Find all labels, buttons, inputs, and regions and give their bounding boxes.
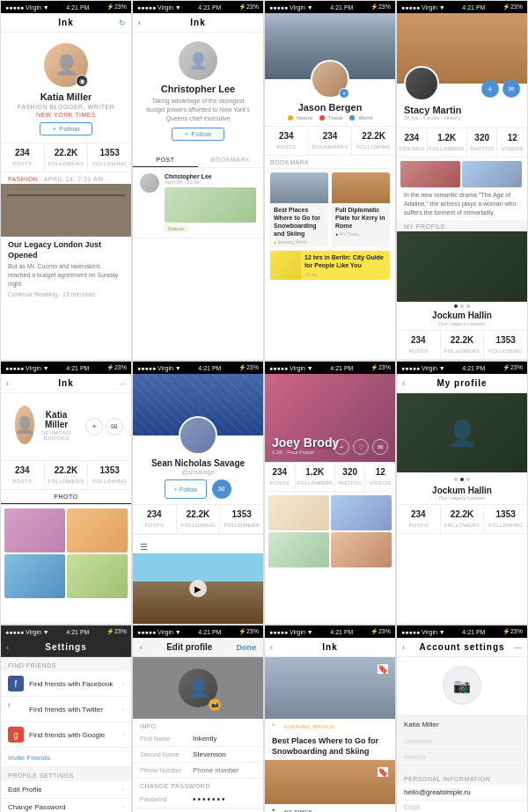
- settings-fb-item-p9[interactable]: f Find friends with Facebook ›: [1, 671, 131, 697]
- follow-icon-btn-p4[interactable]: +: [481, 80, 499, 98]
- bookmark-card-2[interactable]: Full Diplomatic Plate for Kerry in Rome …: [332, 172, 390, 247]
- stat-friends-p4: 234 Friends: [397, 128, 428, 157]
- back-btn-p9[interactable]: ‹: [6, 643, 9, 652]
- phone-row-p10: Phone Number: [133, 763, 263, 779]
- article-card-1-p11[interactable]: 🔖 ● Evening World Best Places Where to G…: [265, 657, 395, 759]
- bookmark-cards-p3: Best Places Where to Go for Snowboarding…: [270, 172, 390, 280]
- user-name-p6: Sean Nicholas Savage: [133, 458, 263, 468]
- back-btn-p5[interactable]: ‹: [6, 379, 9, 388]
- follow-button-p1[interactable]: + Follow: [40, 122, 93, 135]
- settings-g-item-p9[interactable]: g Find friends with Google ›: [1, 722, 131, 748]
- bookmark-card-img-2: [332, 172, 390, 203]
- add-icon-p3[interactable]: +: [339, 88, 349, 99]
- next-profile-p4[interactable]: [397, 231, 527, 302]
- photo-3-p7[interactable]: [268, 532, 329, 567]
- stat-followers-p4: 1.2K Followers: [428, 128, 467, 157]
- back-btn-p12[interactable]: ‹: [402, 643, 405, 652]
- photo-grid-item-1-p5[interactable]: [4, 508, 65, 552]
- profile-bg-p3: +: [265, 13, 395, 79]
- add-icon-overlay-p7[interactable]: +: [334, 439, 349, 455]
- back-btn-p2[interactable]: ‹: [138, 18, 141, 27]
- heart-icon-overlay-p7[interactable]: ♡: [353, 439, 369, 455]
- panel-account-settings: ●●●●● Virgin ▼ 4:21 PM ⚡23% ‹ Account se…: [396, 625, 528, 812]
- profile-meta-p7: 1.2K · Paul Fraser: [272, 450, 339, 455]
- panel-christopher: ●●●●● Virgin ▼ 4:21 PM ⚡23% ‹ Ink 👤 Chri…: [132, 0, 264, 361]
- invite-friends-p9[interactable]: Invite Friends: [1, 748, 131, 767]
- bookmark-card-1[interactable]: Best Places Where to Go for Snowboarding…: [270, 172, 328, 247]
- stats-row-p5: 234 Posts 22.2K Followers 1353 Following: [1, 460, 131, 490]
- next-stats-row-p4: 234 Posts 22.2K Followers 1353 Following: [397, 330, 527, 360]
- photo-2-p4[interactable]: [462, 161, 522, 187]
- article-title-p1[interactable]: Our Legacy London Just Opened: [1, 237, 131, 262]
- username-placeholder-p12[interactable]: Username: [404, 738, 520, 744]
- edit-done-btn-p10[interactable]: Done: [236, 643, 256, 652]
- back-btn-p8[interactable]: ‹: [402, 379, 405, 388]
- message-icon-btn-p4[interactable]: ✉: [502, 80, 520, 98]
- tab-post-p2[interactable]: POST: [133, 153, 198, 167]
- profile-bg-p4: + ✉: [397, 13, 527, 84]
- bookmark-icon-1-p11[interactable]: 🔖: [378, 664, 388, 674]
- panel-bookmarks: ●●●●● Virgin ▼ 4:21 PM ⚡23% ‹ Ink 🔖 ● Ev…: [264, 625, 396, 812]
- edit-profile-item-p9[interactable]: Edit Profile ›: [1, 781, 131, 799]
- nav-bar-p8: ‹ My profile: [397, 374, 527, 393]
- photo-1-p4[interactable]: [400, 161, 460, 187]
- avatar-wrap-p1: 👤 ◉: [44, 43, 88, 87]
- tab-bookmark-p2[interactable]: BOOKMARK: [198, 153, 263, 167]
- email-value-p12[interactable]: hello@greatsimple.ru: [404, 788, 471, 796]
- panel-joey: ●●●●● Virgin ▼ 4:21 PM ⚡23% Joey Brody 1…: [264, 361, 396, 625]
- nav-more-p5[interactable]: ···: [119, 379, 126, 388]
- name-value-p12[interactable]: Katia Miller: [404, 721, 520, 728]
- camera-icon-p10[interactable]: 📷: [209, 699, 221, 711]
- message-btn-p6[interactable]: ✉: [212, 479, 231, 499]
- stats-row-p7: 234 Posts 1.2K Followers 320 Photos 12 V…: [265, 462, 395, 492]
- nav-action-p1[interactable]: ↻: [119, 18, 126, 27]
- bookmark-section-p3: Bookmark Best Places Where to Go for Sno…: [265, 156, 395, 280]
- msg-icon-overlay-p7[interactable]: ✉: [372, 439, 388, 455]
- username-field-p12: Username: [397, 734, 527, 750]
- user-name-p5: Katia Miller: [41, 410, 71, 429]
- tab-photo-p5[interactable]: PHOTO: [1, 490, 131, 504]
- photo-grid-p7: [265, 492, 395, 571]
- photo-4-p7[interactable]: [331, 532, 392, 567]
- facebook-icon-p9: f: [8, 676, 24, 691]
- settings-title-p9: Settings: [45, 642, 86, 652]
- avatar-wrap-p3: +: [311, 60, 349, 99]
- msg-icon-p5[interactable]: ✉: [106, 418, 123, 435]
- read-more-p1[interactable]: Continue Reading · 13 min read: [1, 289, 131, 303]
- follow-button-p6[interactable]: + Follow: [165, 479, 207, 499]
- bookmark-icon-2-p11[interactable]: 🔖: [378, 767, 388, 777]
- stat-videos-p7: 12 Videos: [365, 463, 395, 491]
- follow-button-p2[interactable]: + Follow: [172, 128, 225, 141]
- email-placeholder-p12[interactable]: Email: [404, 804, 420, 810]
- video-thumb-p6[interactable]: ▶: [133, 553, 263, 624]
- phone-input-p10[interactable]: [193, 766, 264, 774]
- avatar-silhouette-p2: 👤: [179, 41, 217, 80]
- profile-image-p8: 👤: [397, 393, 527, 472]
- bookmark-card-img-1: [270, 172, 328, 203]
- profile-name-overlay-p7: Joey Brody 1.2K · Paul Fraser: [272, 435, 339, 455]
- carousel-dots-p8: [397, 475, 527, 484]
- dot-3-p8: [466, 478, 470, 481]
- change-password-item-p9[interactable]: Change Password ›: [1, 799, 131, 812]
- photo-2-p7[interactable]: [331, 495, 392, 530]
- stat-posts-p8: 234 Posts: [397, 505, 441, 533]
- website-placeholder-p12[interactable]: Website: [404, 754, 520, 760]
- camera-icon-p12[interactable]: 📷: [443, 666, 481, 705]
- status-bar-p9: ●●●●● Virgin ▼ 4:21 PM ⚡23%: [1, 625, 131, 638]
- back-btn-p11[interactable]: ‹: [270, 643, 273, 652]
- photo-grid-item-2-p5[interactable]: [67, 508, 128, 552]
- nav-bar-p11: ‹ Ink: [265, 638, 395, 657]
- bookmark-title-p3: Bookmark: [270, 156, 390, 169]
- add-icon-p5[interactable]: +: [85, 418, 103, 435]
- edit-avatar-p10[interactable]: 👤 📷: [179, 669, 217, 707]
- photo-grid-item-3-p5[interactable]: [4, 554, 65, 598]
- article-card-2-p11[interactable]: 🔖 ● NY Times Full Diplomatic Plate for K…: [265, 760, 395, 812]
- nav-more-p12[interactable]: —: [514, 643, 522, 652]
- account-settings-title-p12: Account settings: [419, 642, 504, 652]
- photo-grid-item-4-p5[interactable]: [67, 554, 128, 598]
- bookmark-card-wide[interactable]: 12 hrs in Berlin: City Guide for People …: [270, 251, 390, 279]
- panel-katia-profile: ●●●●● Virgin ▼ 4:21 PM ⚡23% Ink ↻ 👤 ◉ Ka…: [0, 0, 132, 361]
- photo-1-p7[interactable]: [268, 495, 329, 530]
- profile-sub-p8: Our Legacy London: [397, 495, 527, 501]
- stat-bookmarks-p3: 234 Bookmarks: [309, 127, 353, 155]
